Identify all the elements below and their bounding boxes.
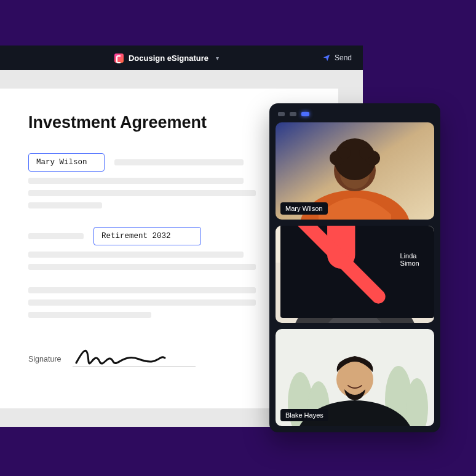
participant-name-pill: Blake Hayes xyxy=(280,409,328,421)
participant-tile[interactable]: Mary Wilson xyxy=(276,122,434,220)
mic-muted-icon xyxy=(285,226,397,315)
window-controls xyxy=(276,109,434,122)
participant-tile[interactable]: Linda Simon xyxy=(276,226,434,323)
svg-point-7 xyxy=(338,147,351,159)
window-dot[interactable] xyxy=(278,112,285,116)
page-title: Investment Agreement xyxy=(28,113,301,132)
participant-name: Linda Simon xyxy=(400,252,429,267)
text-placeholder xyxy=(28,190,256,196)
participant-name-pill: Mary Wilson xyxy=(280,202,328,215)
app-title: Docusign eSignature xyxy=(129,54,208,63)
text-placeholder xyxy=(28,252,244,258)
participant-name-pill: Linda Simon xyxy=(280,226,434,318)
window-dot[interactable] xyxy=(290,112,296,116)
text-placeholder xyxy=(28,233,84,239)
chevron-down-icon[interactable]: ▾ xyxy=(216,55,219,61)
text-placeholder xyxy=(114,159,244,165)
send-label: Send xyxy=(335,54,352,62)
svg-point-8 xyxy=(359,147,371,159)
plan-field[interactable]: Retirement 2032 xyxy=(93,227,201,245)
signature-glyph-icon xyxy=(73,344,171,369)
app-title-group[interactable]: Docusign eSignature ▾ xyxy=(11,54,322,63)
text-placeholder xyxy=(28,202,102,208)
docusign-logo-icon xyxy=(114,54,124,63)
text-placeholder xyxy=(28,264,256,270)
text-placeholder xyxy=(28,178,244,184)
signature-field[interactable] xyxy=(73,345,196,367)
send-button[interactable]: Send xyxy=(322,54,352,62)
app-titlebar: Docusign eSignature ▾ Send xyxy=(0,46,363,70)
participant-name: Mary Wilson xyxy=(285,205,323,212)
signature-label: Signature xyxy=(28,355,61,367)
video-call-panel: Mary Wilson Linda Simon xyxy=(269,103,440,432)
participant-name: Blake Hayes xyxy=(285,411,323,419)
text-placeholder xyxy=(28,299,256,306)
window-dot-active[interactable] xyxy=(301,112,309,116)
text-placeholder xyxy=(28,312,151,318)
text-placeholder xyxy=(28,287,256,293)
name-field[interactable]: Mary Wilson xyxy=(28,153,105,172)
send-icon xyxy=(322,54,331,62)
participant-tile[interactable]: Blake Hayes xyxy=(276,329,434,426)
